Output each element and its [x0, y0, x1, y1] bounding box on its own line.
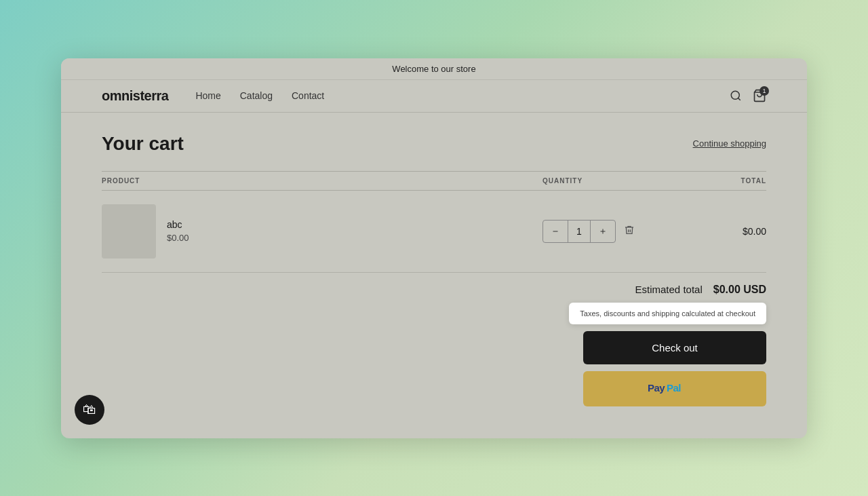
shopify-icon: 🛍 — [83, 402, 96, 417]
col-quantity-header: QUANTITY — [542, 177, 678, 185]
search-icon — [730, 90, 742, 102]
qty-decrease-button[interactable] — [543, 222, 568, 241]
continue-shopping-link[interactable]: Continue shopping — [693, 138, 766, 149]
quantity-control: 1 — [542, 220, 678, 243]
search-button[interactable] — [730, 90, 742, 102]
plus-icon — [599, 227, 607, 235]
nav: Home Catalog Contact — [195, 90, 730, 101]
qty-increase-button[interactable] — [591, 222, 615, 241]
announcement-bar: Welcome to our store — [61, 58, 807, 80]
cart-badge: 1 — [760, 86, 769, 96]
cart-item: abc $0.00 1 — [102, 191, 766, 273]
product-image — [102, 204, 156, 259]
item-total: $0.00 — [678, 226, 766, 237]
svg-point-0 — [731, 91, 739, 99]
delete-item-button[interactable] — [621, 222, 637, 241]
product-details: abc $0.00 — [167, 219, 189, 243]
logo: omnisterra — [102, 88, 168, 104]
shopify-badge[interactable]: 🛍 — [75, 395, 104, 425]
product-info: abc $0.00 — [102, 204, 542, 259]
header-icons: 1 — [730, 89, 766, 102]
page-title: Your cart — [102, 133, 184, 155]
nav-item-catalog[interactable]: Catalog — [240, 90, 273, 101]
paypal-button[interactable]: Pay Pal — [583, 371, 766, 406]
table-headers: PRODUCT QUANTITY TOTAL — [102, 171, 766, 191]
trash-icon — [624, 225, 635, 235]
nav-item-contact[interactable]: Contact — [292, 90, 324, 101]
nav-item-home[interactable]: Home — [195, 90, 220, 101]
product-name: abc — [167, 219, 189, 230]
svg-text:Pal: Pal — [667, 382, 681, 394]
qty-wrapper: 1 — [542, 220, 616, 243]
col-total-header: TOTAL — [678, 177, 766, 185]
paypal-svg: Pay Pal — [648, 381, 702, 394]
announcement-text: Welcome to our store — [392, 64, 475, 74]
tax-note: Taxes, discounts and shipping calculated… — [569, 303, 766, 324]
main-content: Your cart Continue shopping PRODUCT QUAN… — [61, 113, 807, 420]
estimated-total: Estimated total $0.00 USD — [635, 284, 766, 296]
estimated-total-label: Estimated total — [635, 284, 703, 295]
checkout-button[interactable]: Check out — [583, 331, 766, 364]
svg-line-1 — [738, 98, 740, 100]
header: omnisterra Home Catalog Contact 1 — [61, 80, 807, 113]
cart-header: Your cart Continue shopping — [102, 133, 766, 155]
estimated-total-value: $0.00 USD — [713, 284, 766, 296]
minus-icon — [551, 227, 559, 235]
store-window: Welcome to our store omnisterra Home Cat… — [61, 58, 807, 438]
cart-summary: Estimated total $0.00 USD Taxes, discoun… — [102, 273, 766, 406]
cart-button[interactable]: 1 — [753, 89, 766, 102]
qty-value: 1 — [568, 221, 591, 242]
svg-text:Pay: Pay — [648, 382, 665, 394]
col-product-header: PRODUCT — [102, 177, 542, 185]
product-price: $0.00 — [167, 233, 189, 243]
paypal-logo: Pay Pal — [648, 381, 702, 397]
